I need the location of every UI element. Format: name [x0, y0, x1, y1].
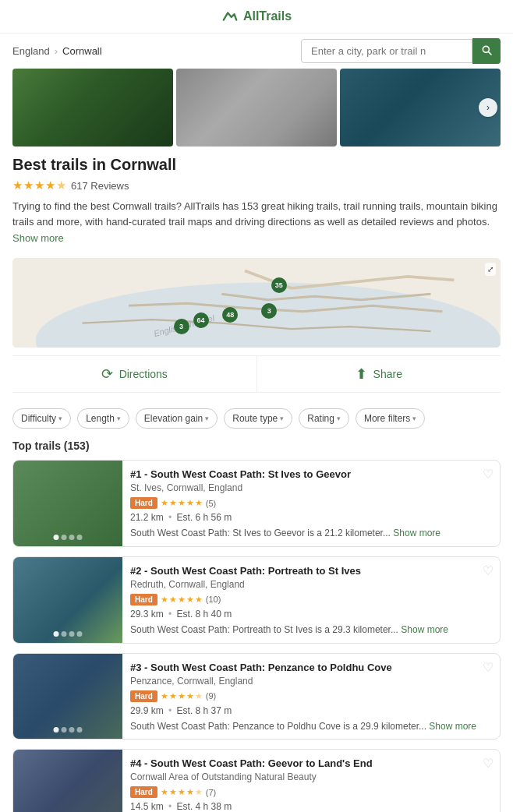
show-more-link[interactable]: Show more	[12, 232, 501, 244]
more-filters-button[interactable]: More filters ▾	[356, 408, 425, 429]
trail-meta-2: 29.3 km • Est. 8 h 40 m	[130, 609, 492, 620]
rating-filter[interactable]: Rating ▾	[299, 408, 349, 429]
trail-rating-row-2: Hard ★ ★ ★ ★ ★ (10)	[130, 594, 492, 605]
trail-title-3[interactable]: #3 - South West Coast Path: Penzance to …	[130, 662, 492, 673]
trail-image-1[interactable]	[13, 461, 122, 546]
map-pin-5[interactable]: 35	[271, 277, 287, 293]
breadcrumb: England › Cornwall	[12, 45, 295, 57]
page-title: Best trails in Cornwall	[12, 156, 501, 174]
trail-title-2[interactable]: #2 - South West Coast Path: Portreath to…	[130, 565, 492, 577]
trail-location-2: Redruth, Cornwall, England	[130, 579, 492, 590]
dot	[77, 727, 83, 733]
show-more-2[interactable]: Show more	[401, 624, 448, 635]
difficulty-badge-1: Hard	[130, 497, 157, 509]
favorite-button-2[interactable]: ♡	[483, 563, 494, 578]
dot	[69, 727, 75, 733]
dot	[69, 535, 75, 540]
share-icon: ⬆	[356, 365, 367, 383]
photos-next-button[interactable]: ›	[479, 98, 497, 117]
dot	[77, 535, 83, 540]
show-more-3[interactable]: Show more	[429, 721, 476, 732]
dot	[62, 535, 67, 540]
difficulty-badge-4: Hard	[130, 786, 157, 798]
more-filters-label: More filters	[364, 413, 410, 424]
breadcrumb-separator: ›	[55, 45, 58, 57]
trail-meta-3: 29.9 km • Est. 8 h 37 m	[130, 705, 492, 716]
trail-image-2[interactable]	[13, 557, 122, 643]
section-header: Top trails (153)	[0, 436, 513, 460]
difficulty-badge-2: Hard	[130, 594, 157, 605]
share-button[interactable]: ⬆ Share	[256, 356, 501, 392]
star-3: ★	[34, 178, 44, 192]
breadcrumb-cornwall: Cornwall	[62, 45, 102, 57]
more-filters-chevron-icon: ▾	[412, 415, 416, 422]
map-pin-1[interactable]: 3	[174, 319, 189, 334]
photo-2[interactable]	[176, 69, 337, 147]
app-header: AllTrails	[0, 0, 513, 34]
map-pin-2[interactable]: 3	[261, 303, 277, 319]
search-button[interactable]	[472, 38, 501, 64]
search-input[interactable]	[301, 39, 472, 63]
image-dots-1	[54, 535, 83, 540]
trail-info-3: #3 - South West Coast Path: Penzance to …	[122, 654, 500, 740]
map-roads-svg	[12, 258, 501, 348]
route-type-filter-label: Route type	[232, 413, 278, 424]
map-container[interactable]: English Channel 3 3 48 64 35 ⤢	[12, 258, 501, 348]
favorite-button-4[interactable]: ♡	[483, 756, 494, 771]
map-background: English Channel 3 3 48 64 35 ⤢	[12, 258, 501, 348]
reviews-count: 617 Reviews	[71, 180, 129, 192]
length-filter[interactable]: Length ▾	[77, 408, 129, 429]
review-count-4: (7)	[206, 788, 216, 797]
map-expand-button[interactable]: ⤢	[485, 263, 496, 276]
star-1: ★	[12, 178, 23, 192]
review-count-1: (5)	[206, 499, 216, 508]
elevation-chevron-icon: ▾	[205, 415, 209, 422]
show-more-1[interactable]: Show more	[393, 528, 440, 538]
app-logo: AllTrails	[221, 8, 292, 25]
dot	[62, 727, 67, 733]
trail-title-1[interactable]: #1 - South West Coast Path: St Ives to G…	[130, 468, 492, 480]
map-pin-4[interactable]: 64	[193, 312, 209, 328]
dot	[77, 631, 83, 637]
trail-title-4[interactable]: #4 - South West Coast Path: Geevor to La…	[130, 757, 492, 769]
trail-info-2: #2 - South West Coast Path: Portreath to…	[122, 557, 500, 643]
dot	[62, 631, 67, 637]
rating-filter-label: Rating	[307, 413, 334, 424]
elevation-filter-label: Elevation gain	[144, 413, 203, 424]
description-text: Trying to find the best Cornwall trails?…	[12, 199, 501, 229]
dot	[54, 631, 59, 637]
star-2: ★	[23, 178, 34, 192]
difficulty-badge-3: Hard	[130, 690, 157, 702]
trail-info-1: #1 - South West Coast Path: St Ives to G…	[122, 461, 500, 546]
trail-card-4: #4 - South West Coast Path: Geevor to La…	[12, 749, 501, 812]
image-dots-2	[54, 631, 83, 637]
route-type-filter[interactable]: Route type ▾	[224, 408, 292, 429]
favorite-button-1[interactable]: ♡	[483, 467, 494, 482]
photo-1[interactable]	[12, 69, 173, 147]
trail-card-2: #2 - South West Coast Path: Portreath to…	[12, 556, 501, 644]
photos-row: ›	[0, 69, 513, 147]
directions-button[interactable]: ⟳ Directions	[12, 356, 256, 392]
trail-stars-4: ★ ★ ★ ★ ★	[161, 787, 203, 797]
breadcrumb-england[interactable]: England	[12, 45, 50, 57]
trail-stars-3: ★ ★ ★ ★ ★	[161, 691, 203, 701]
trail-image-4[interactable]	[13, 750, 122, 812]
dot	[69, 631, 75, 637]
favorite-button-3[interactable]: ♡	[483, 660, 494, 675]
share-label: Share	[373, 368, 402, 380]
directions-icon: ⟳	[101, 365, 113, 383]
elevation-filter[interactable]: Elevation gain ▾	[136, 408, 218, 429]
photo-3[interactable]	[340, 69, 501, 147]
stars-display: ★ ★ ★ ★ ★	[12, 178, 66, 192]
trail-rating-row-1: Hard ★ ★ ★ ★ ★ (5)	[130, 497, 492, 509]
dot	[54, 727, 59, 733]
difficulty-chevron-icon: ▾	[58, 415, 62, 422]
trail-image-3[interactable]	[13, 654, 122, 740]
filter-bar: Difficulty ▾ Length ▾ Elevation gain ▾ R…	[0, 402, 513, 436]
star-5: ★	[56, 178, 66, 192]
difficulty-filter-label: Difficulty	[21, 413, 56, 424]
search-container	[301, 38, 501, 64]
trail-location-4: Cornwall Area of Outstanding Natural Bea…	[130, 771, 492, 782]
trail-location-3: Penzance, Cornwall, England	[130, 676, 492, 687]
difficulty-filter[interactable]: Difficulty ▾	[12, 408, 71, 429]
